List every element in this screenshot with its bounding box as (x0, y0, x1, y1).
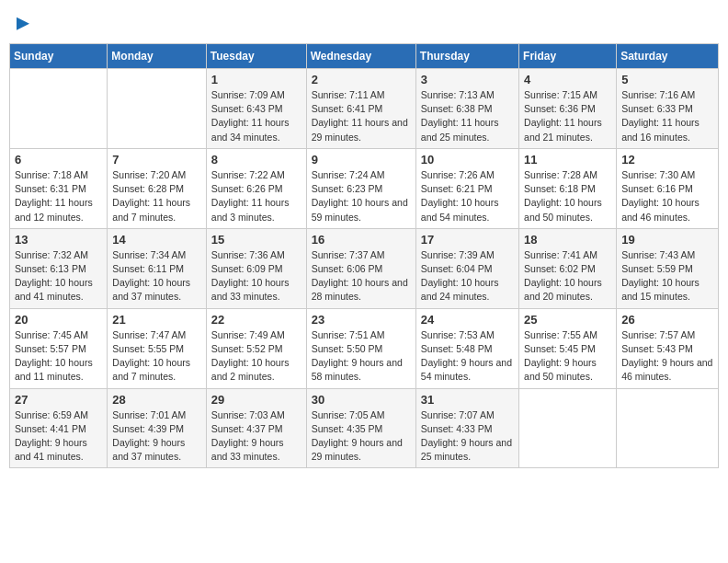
day-number: 15 (211, 233, 301, 247)
day-cell: 19Sunrise: 7:43 AMSunset: 5:59 PMDayligh… (617, 228, 719, 308)
day-number: 7 (112, 153, 200, 167)
day-number: 25 (524, 313, 611, 327)
day-cell: 20Sunrise: 7:45 AMSunset: 5:57 PMDayligh… (10, 308, 108, 388)
day-cell: 9Sunrise: 7:24 AMSunset: 6:23 PMDaylight… (306, 148, 415, 228)
header-day-sunday: Sunday (10, 44, 108, 69)
day-info: Sunrise: 7:30 AMSunset: 6:16 PMDaylight:… (621, 168, 713, 224)
day-cell: 29Sunrise: 7:03 AMSunset: 4:37 PMDayligh… (206, 388, 306, 468)
day-cell: 7Sunrise: 7:20 AMSunset: 6:28 PMDaylight… (108, 148, 206, 228)
day-info: Sunrise: 6:59 AMSunset: 4:41 PMDaylight:… (15, 408, 102, 465)
day-cell: 23Sunrise: 7:51 AMSunset: 5:50 PMDayligh… (306, 308, 415, 388)
day-cell (519, 388, 617, 468)
day-number: 23 (312, 313, 411, 327)
day-number: 1 (211, 73, 301, 86)
day-cell: 4Sunrise: 7:15 AMSunset: 6:36 PMDaylight… (519, 69, 617, 149)
week-row-3: 13Sunrise: 7:32 AMSunset: 6:13 PMDayligh… (10, 228, 719, 308)
day-info: Sunrise: 7:13 AMSunset: 6:38 PMDaylight:… (421, 88, 514, 144)
day-cell: 12Sunrise: 7:30 AMSunset: 6:16 PMDayligh… (617, 148, 719, 228)
day-info: Sunrise: 7:09 AMSunset: 6:43 PMDaylight:… (211, 88, 301, 144)
day-info: Sunrise: 7:18 AMSunset: 6:31 PMDaylight:… (15, 168, 102, 224)
day-cell: 1Sunrise: 7:09 AMSunset: 6:43 PMDaylight… (206, 69, 306, 149)
day-number: 11 (524, 153, 611, 167)
day-cell (10, 69, 108, 149)
day-number: 30 (312, 393, 411, 407)
day-cell: 18Sunrise: 7:41 AMSunset: 6:02 PMDayligh… (519, 228, 617, 308)
day-cell: 21Sunrise: 7:47 AMSunset: 5:55 PMDayligh… (108, 308, 206, 388)
day-cell: 6Sunrise: 7:18 AMSunset: 6:31 PMDaylight… (10, 148, 108, 228)
logo-text (15, 13, 29, 32)
day-number: 21 (112, 313, 200, 327)
day-info: Sunrise: 7:55 AMSunset: 5:45 PMDaylight:… (524, 328, 611, 385)
day-info: Sunrise: 7:51 AMSunset: 5:50 PMDaylight:… (312, 328, 411, 385)
header-day-monday: Monday (108, 44, 206, 69)
day-number: 3 (421, 73, 514, 86)
day-info: Sunrise: 7:53 AMSunset: 5:48 PMDaylight:… (421, 328, 514, 385)
day-cell: 22Sunrise: 7:49 AMSunset: 5:52 PMDayligh… (206, 308, 306, 388)
day-number: 20 (15, 313, 102, 327)
header (9, 9, 719, 36)
day-number: 16 (312, 233, 411, 247)
header-day-saturday: Saturday (617, 44, 719, 69)
logo (15, 13, 29, 32)
day-info: Sunrise: 7:20 AMSunset: 6:28 PMDaylight:… (112, 168, 200, 224)
day-cell: 13Sunrise: 7:32 AMSunset: 6:13 PMDayligh… (10, 228, 108, 308)
day-info: Sunrise: 7:15 AMSunset: 6:36 PMDaylight:… (524, 88, 611, 144)
day-number: 17 (421, 233, 514, 247)
day-cell: 2Sunrise: 7:11 AMSunset: 6:41 PMDaylight… (306, 69, 415, 149)
day-info: Sunrise: 7:05 AMSunset: 4:35 PMDaylight:… (312, 408, 411, 465)
day-number: 31 (421, 393, 514, 407)
day-info: Sunrise: 7:41 AMSunset: 6:02 PMDaylight:… (524, 248, 611, 304)
header-day-tuesday: Tuesday (206, 44, 306, 69)
day-number: 8 (211, 153, 301, 167)
day-cell: 17Sunrise: 7:39 AMSunset: 6:04 PMDayligh… (415, 228, 518, 308)
day-number: 2 (312, 73, 411, 86)
day-cell: 14Sunrise: 7:34 AMSunset: 6:11 PMDayligh… (108, 228, 206, 308)
day-info: Sunrise: 7:28 AMSunset: 6:18 PMDaylight:… (524, 168, 611, 224)
header-day-friday: Friday (519, 44, 617, 69)
day-info: Sunrise: 7:01 AMSunset: 4:39 PMDaylight:… (112, 408, 200, 465)
day-cell: 25Sunrise: 7:55 AMSunset: 5:45 PMDayligh… (519, 308, 617, 388)
day-cell: 28Sunrise: 7:01 AMSunset: 4:39 PMDayligh… (108, 388, 206, 468)
day-cell (108, 69, 206, 149)
day-cell: 16Sunrise: 7:37 AMSunset: 6:06 PMDayligh… (306, 228, 415, 308)
day-number: 29 (211, 393, 301, 407)
day-number: 18 (524, 233, 611, 247)
day-info: Sunrise: 7:37 AMSunset: 6:06 PMDaylight:… (312, 248, 411, 304)
header-day-wednesday: Wednesday (306, 44, 415, 69)
day-cell: 5Sunrise: 7:16 AMSunset: 6:33 PMDaylight… (617, 69, 719, 149)
day-number: 4 (524, 73, 611, 86)
day-info: Sunrise: 7:39 AMSunset: 6:04 PMDaylight:… (421, 248, 514, 304)
week-row-5: 27Sunrise: 6:59 AMSunset: 4:41 PMDayligh… (10, 388, 719, 468)
day-info: Sunrise: 7:45 AMSunset: 5:57 PMDaylight:… (15, 328, 102, 385)
day-info: Sunrise: 7:07 AMSunset: 4:33 PMDaylight:… (421, 408, 514, 465)
day-cell: 30Sunrise: 7:05 AMSunset: 4:35 PMDayligh… (306, 388, 415, 468)
day-info: Sunrise: 7:24 AMSunset: 6:23 PMDaylight:… (312, 168, 411, 224)
day-info: Sunrise: 7:26 AMSunset: 6:21 PMDaylight:… (421, 168, 514, 224)
day-number: 26 (621, 313, 713, 327)
day-number: 19 (621, 233, 713, 247)
day-info: Sunrise: 7:34 AMSunset: 6:11 PMDaylight:… (112, 248, 200, 304)
day-info: Sunrise: 7:49 AMSunset: 5:52 PMDaylight:… (211, 328, 301, 385)
day-cell: 27Sunrise: 6:59 AMSunset: 4:41 PMDayligh… (10, 388, 108, 468)
day-info: Sunrise: 7:57 AMSunset: 5:43 PMDaylight:… (621, 328, 713, 385)
header-day-thursday: Thursday (415, 44, 518, 69)
day-info: Sunrise: 7:22 AMSunset: 6:26 PMDaylight:… (211, 168, 301, 224)
day-cell: 10Sunrise: 7:26 AMSunset: 6:21 PMDayligh… (415, 148, 518, 228)
day-cell: 24Sunrise: 7:53 AMSunset: 5:48 PMDayligh… (415, 308, 518, 388)
calendar-header-row: SundayMondayTuesdayWednesdayThursdayFrid… (10, 44, 719, 69)
day-cell (617, 388, 719, 468)
day-number: 6 (15, 153, 102, 167)
day-info: Sunrise: 7:16 AMSunset: 6:33 PMDaylight:… (621, 88, 713, 144)
day-cell: 8Sunrise: 7:22 AMSunset: 6:26 PMDaylight… (206, 148, 306, 228)
week-row-1: 1Sunrise: 7:09 AMSunset: 6:43 PMDaylight… (10, 69, 719, 149)
day-info: Sunrise: 7:32 AMSunset: 6:13 PMDaylight:… (15, 248, 102, 304)
day-info: Sunrise: 7:03 AMSunset: 4:37 PMDaylight:… (211, 408, 301, 465)
day-number: 22 (211, 313, 301, 327)
day-number: 27 (15, 393, 102, 407)
day-number: 9 (312, 153, 411, 167)
day-info: Sunrise: 7:11 AMSunset: 6:41 PMDaylight:… (312, 88, 411, 144)
day-cell: 11Sunrise: 7:28 AMSunset: 6:18 PMDayligh… (519, 148, 617, 228)
day-info: Sunrise: 7:36 AMSunset: 6:09 PMDaylight:… (211, 248, 301, 304)
day-number: 5 (621, 73, 713, 86)
day-cell: 15Sunrise: 7:36 AMSunset: 6:09 PMDayligh… (206, 228, 306, 308)
